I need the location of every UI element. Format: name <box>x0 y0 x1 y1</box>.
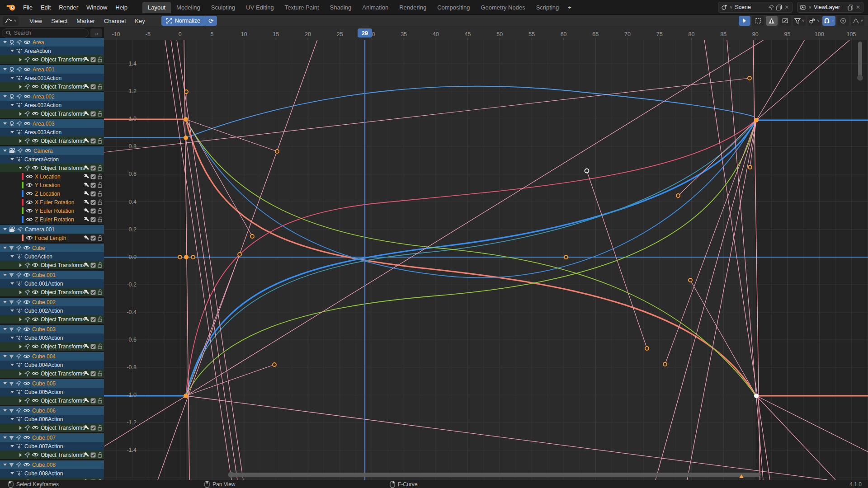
keyframe-selected[interactable] <box>184 255 189 259</box>
expand-chevron-icon[interactable] <box>10 309 14 313</box>
object-channel-row[interactable]: Cube.008 <box>0 460 104 469</box>
pin-icon[interactable] <box>24 289 30 295</box>
eye-icon[interactable] <box>32 398 39 403</box>
group-channel-row[interactable]: Object Transforms <box>0 55 104 64</box>
action-channel-row[interactable]: Cube.001Action <box>0 279 104 288</box>
editor-menu-channel[interactable]: Channel <box>99 16 130 26</box>
modifier-wrench-icon[interactable] <box>83 191 89 197</box>
new-copy-icon[interactable] <box>776 5 782 10</box>
pin-icon[interactable] <box>24 316 30 322</box>
viewlayer-selector[interactable]: ˅ ViewLayer ✕ <box>797 2 864 13</box>
cursor-tool-button[interactable] <box>739 16 750 26</box>
enable-checkbox[interactable] <box>90 398 96 404</box>
filter-toggle-button[interactable]: ↔ <box>90 28 102 38</box>
enable-checkbox[interactable] <box>90 344 96 349</box>
auto-normalize-button[interactable]: ⟳ <box>205 16 217 26</box>
editor-menu-marker[interactable]: Marker <box>72 16 99 26</box>
enable-checkbox[interactable] <box>90 111 96 117</box>
pin-icon[interactable] <box>16 299 22 305</box>
modifier-wrench-icon[interactable] <box>83 398 89 404</box>
collapsed-chevron-icon[interactable] <box>18 57 23 62</box>
collapsed-chevron-icon[interactable] <box>18 84 23 89</box>
editor-menu-view[interactable]: View <box>25 16 47 26</box>
handle-point[interactable] <box>748 165 752 169</box>
expand-chevron-icon[interactable] <box>3 300 7 305</box>
modifier-wrench-icon[interactable] <box>83 84 89 89</box>
group-channel-row[interactable]: Object Transforms <box>0 342 104 351</box>
scrollbar-bottom-knob[interactable] <box>857 75 863 81</box>
expand-chevron-icon[interactable] <box>10 417 14 422</box>
eye-icon[interactable] <box>23 327 30 332</box>
expand-chevron-icon[interactable] <box>3 381 7 386</box>
modifier-wrench-icon[interactable] <box>83 452 89 458</box>
modifier-wrench-icon[interactable] <box>83 56 89 62</box>
expand-chevron-icon[interactable] <box>18 166 23 170</box>
eye-icon[interactable] <box>32 57 39 62</box>
scene-name[interactable]: Scene <box>735 4 766 10</box>
modifier-wrench-icon[interactable] <box>83 199 89 205</box>
close-icon[interactable]: ✕ <box>856 4 860 10</box>
eye-icon[interactable] <box>32 165 39 170</box>
eye-icon[interactable] <box>32 452 39 457</box>
lock-icon[interactable] <box>97 208 103 214</box>
pin-icon[interactable] <box>24 425 30 431</box>
expand-chevron-icon[interactable] <box>10 157 14 162</box>
tab-texture-paint[interactable]: Texture Paint <box>279 2 325 13</box>
eye-icon[interactable] <box>24 121 31 126</box>
group-channel-row[interactable]: Object Transforms <box>0 82 104 91</box>
lock-icon[interactable] <box>97 165 103 171</box>
eye-icon[interactable] <box>32 290 39 295</box>
expand-chevron-icon[interactable] <box>10 390 14 394</box>
collapsed-chevron-icon[interactable] <box>18 139 23 143</box>
warning-tool-button[interactable] <box>766 16 778 26</box>
group-channel-row[interactable]: Object Transforms <box>0 136 104 145</box>
normalize-toggle[interactable]: Normalize <box>161 16 205 26</box>
object-channel-row[interactable]: Camera <box>0 146 104 155</box>
handle-point[interactable] <box>238 253 241 256</box>
eye-icon[interactable] <box>26 208 33 213</box>
object-channel-row[interactable]: Cube.003 <box>0 325 104 333</box>
enable-checkbox[interactable] <box>90 174 96 179</box>
expand-chevron-icon[interactable] <box>10 130 14 135</box>
object-channel-row[interactable]: Cube.004 <box>0 352 104 361</box>
lock-icon[interactable] <box>97 84 103 89</box>
eye-icon[interactable] <box>23 462 30 467</box>
collapsed-chevron-icon[interactable] <box>18 112 23 116</box>
modifier-wrench-icon[interactable] <box>83 343 89 349</box>
scene-selector[interactable]: ˅ Scene ✕ <box>718 2 793 13</box>
filter-tool-button[interactable]: ˅ <box>793 16 806 26</box>
magnet-tool-button[interactable]: ˅ <box>822 16 835 26</box>
enable-checkbox[interactable] <box>90 165 96 171</box>
lock-icon[interactable] <box>97 216 103 222</box>
lock-icon[interactable] <box>97 56 103 62</box>
eye-icon[interactable] <box>23 272 30 277</box>
keyframe-unselected[interactable] <box>191 255 195 259</box>
eye-icon[interactable] <box>24 148 32 153</box>
group-channel-row[interactable]: Object Transforms <box>0 396 104 405</box>
pin-icon[interactable] <box>16 462 22 468</box>
group-channel-row[interactable]: Object Transforms <box>0 315 104 324</box>
eye-icon[interactable] <box>32 111 39 116</box>
handle-point[interactable] <box>645 347 649 350</box>
expand-chevron-icon[interactable] <box>3 122 7 126</box>
tab-sculpting[interactable]: Sculpting <box>206 2 241 13</box>
fcurve-channel-row[interactable]: Z Euler Rotation <box>0 215 104 224</box>
pin-icon[interactable] <box>769 5 774 10</box>
tab-shading[interactable]: Shading <box>325 2 357 13</box>
handle-point-white[interactable] <box>585 169 589 173</box>
expand-chevron-icon[interactable] <box>3 273 7 277</box>
keyframe-selected[interactable] <box>754 118 759 122</box>
eye-icon[interactable] <box>23 408 30 413</box>
action-channel-row[interactable]: Area.003Action <box>0 128 104 136</box>
close-icon[interactable]: ✕ <box>784 4 789 10</box>
modifier-wrench-icon[interactable] <box>83 289 89 295</box>
pin-icon[interactable] <box>24 452 30 458</box>
collapsed-chevron-icon[interactable] <box>18 453 23 457</box>
action-channel-row[interactable]: Cube.003Action <box>0 333 104 342</box>
eye-icon[interactable] <box>26 200 33 205</box>
pin-icon[interactable] <box>24 84 30 89</box>
tab-compositing[interactable]: Compositing <box>432 2 475 13</box>
pivot-tool-button[interactable]: ˅ <box>807 16 821 26</box>
object-channel-row[interactable]: Area.002 <box>0 92 104 101</box>
falloff-tool-button[interactable]: ˅ <box>851 16 864 26</box>
